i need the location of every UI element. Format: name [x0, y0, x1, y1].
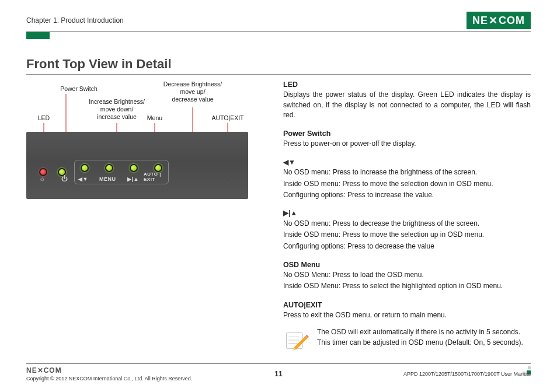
page-title: Front Top View in Detail [26, 57, 531, 75]
callout-labels: LED Power Switch Increase Brightness/ mo… [26, 79, 248, 132]
page-number: 11 [274, 370, 282, 378]
svg-rect-6 [287, 333, 303, 349]
panel-left-arrows: ◀▼ [78, 176, 88, 182]
text-led: Displays the power status of the display… [283, 90, 531, 120]
heading-osd: OSD Menu [283, 260, 531, 270]
text-right-3: Configuring options: Press to decrease t… [283, 242, 531, 251]
note-box: The OSD will exit automatically if there… [283, 327, 531, 353]
text-osd-1: No OSD Menu: Press to load the OSD menu. [283, 270, 531, 280]
text-left-2: Inside OSD menu: Press to move the selec… [283, 179, 531, 189]
accent-bar [26, 32, 50, 39]
device-panel-image: ◀▼ MENU ▶|▲ AUTO | EXIT ☼ ⏻ [26, 132, 248, 199]
brand-logo: NE✕COM [467, 12, 531, 29]
note-text: The OSD will exit automatically if there… [317, 327, 531, 348]
brightness-up-icon [130, 164, 138, 172]
panel-right-arrows: ▶|▲ [127, 176, 139, 182]
text-left-3: Configuring options: Press to increase t… [283, 190, 531, 200]
osd-button-group: ◀▼ MENU ▶|▲ AUTO | EXIT [74, 160, 169, 184]
callout-decrease: Decrease Brightness/ move up/ decrease v… [161, 80, 225, 103]
footer-logo: NE✕COM [26, 366, 192, 374]
heading-right-arrow: ▶|▲ [283, 208, 531, 218]
chapter-label: Chapter 1: Product Introduction [26, 16, 124, 24]
panel-menu-text: MENU [99, 176, 116, 182]
autoexit-button-icon [154, 164, 162, 172]
page-footer: NE✕COM Copyright © 2012 NEXCOM Internati… [26, 363, 531, 382]
brightness-down-icon [81, 164, 89, 172]
power-icon: ⏻ [61, 175, 68, 182]
heading-power: Power Switch [283, 128, 531, 139]
text-left-1: No OSD menu: Press to increase the brigh… [283, 167, 531, 177]
callout-autoexit: AUTO|EXIT [196, 114, 260, 122]
sun-icon: ☼ [39, 175, 45, 182]
callout-led: LED [12, 114, 76, 122]
callout-power-switch: Power Switch [47, 85, 111, 93]
text-right-2: Inside OSD menu: Press to move the selec… [283, 230, 531, 240]
text-osd-2: Inside OSD Menu: Press to select the hig… [283, 281, 531, 291]
heading-led: LED [283, 79, 531, 90]
description-column: LED Displays the power status of the dis… [283, 79, 531, 353]
pencil-note-icon [283, 327, 309, 353]
heading-autoexit: AUTO|EXIT [283, 300, 531, 310]
heading-left-arrow: ◀▼ [283, 158, 531, 167]
menu-button-icon [105, 164, 113, 172]
text-right-1: No OSD menu: Press to decrease the brigh… [283, 219, 531, 229]
footer-copyright: Copyright © 2012 NEXCOM International Co… [26, 376, 192, 382]
page-header: Chapter 1: Product Introduction NE✕COM [26, 12, 531, 32]
footer-manual: APPD 1200T/1205T/1500T/1700T/1900T User … [403, 371, 531, 377]
callout-menu: Menu [123, 114, 187, 122]
text-autoexit: Press to exit the OSD menu, or return to… [283, 310, 531, 320]
panel-autoexit-text: AUTO | EXIT [144, 172, 168, 182]
text-power: Press to power-on or power-off the displ… [283, 139, 531, 149]
diagram-column: LED Power Switch Increase Brightness/ mo… [26, 79, 260, 353]
